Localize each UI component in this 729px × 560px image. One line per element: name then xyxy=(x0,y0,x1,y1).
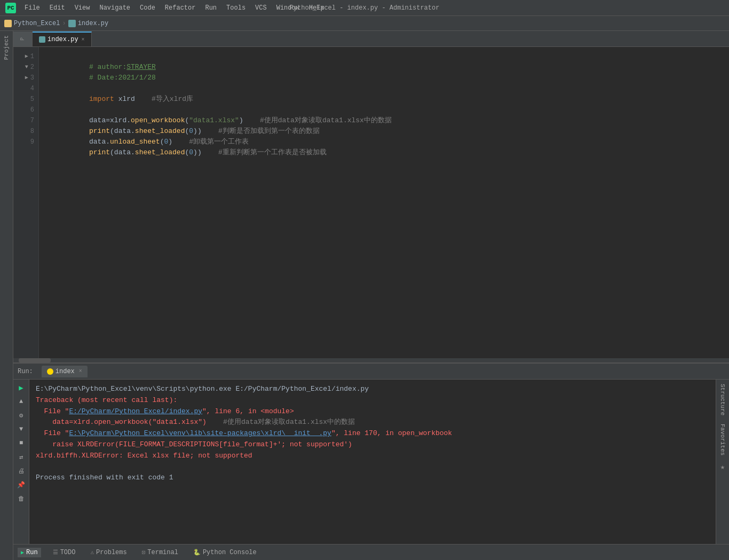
status-run-label: Run xyxy=(26,549,38,556)
code-line-1: # author:STRAYER xyxy=(47,51,729,62)
output-cmd-line: E:\PyCharm\Python_Excel\venv\Scripts\pyt… xyxy=(36,384,709,395)
status-python-console-tab[interactable]: 🐍 Python Console xyxy=(190,548,260,557)
output-raise-line: raise XLRDError(FILE_FORMAT_DESCRIPTIONS… xyxy=(36,439,709,451)
scroll-up-button[interactable]: ▲ xyxy=(15,396,27,407)
line-numbers: ▶ 1 ▼ 2 ▶ 3 4 5 6 7 8 9 xyxy=(13,47,39,358)
pin-button[interactable]: 📌 xyxy=(15,479,27,491)
title-bar-left: PC File Edit View Navigate Code Refactor… xyxy=(5,3,329,13)
tab-close-button[interactable]: × xyxy=(82,37,85,43)
python-console-icon: 🐍 xyxy=(193,549,201,556)
status-todo-label: TODO xyxy=(60,549,76,556)
line-num-7: 7 xyxy=(13,115,38,126)
fold-icon-3: ▶ xyxy=(25,73,28,83)
window-title: Python_Excel - index.py - Administrator xyxy=(290,4,440,12)
line-num-6: 6 xyxy=(13,105,38,115)
code-content[interactable]: # author:STRAYER # Date:2021/1/28 import… xyxy=(39,47,729,358)
editor-tabs: P index.py × xyxy=(13,31,729,47)
right-sidebar: Structure Favorites ★ xyxy=(716,380,729,544)
editor-container: P index.py × ▶ 1 ▼ 2 ▶ 3 xyxy=(13,31,729,560)
output-code-line: data=xlrd.open_workbook("data1.xlsx") #使… xyxy=(36,417,709,428)
run-tab-index[interactable]: index × xyxy=(42,366,88,377)
menu-edit[interactable]: Edit xyxy=(45,3,69,13)
menu-file[interactable]: File xyxy=(20,3,44,13)
status-todo-tab[interactable]: ☰ TODO xyxy=(50,548,79,557)
title-bar: PC File Edit View Navigate Code Refactor… xyxy=(0,0,729,16)
menu-tools[interactable]: Tools xyxy=(222,3,250,13)
bottom-panel: Run: index × ▶ ▲ ⚙ ▼ ■ ⇄ 🖨 📌 xyxy=(13,362,729,544)
output-blank xyxy=(36,462,709,473)
menu-code[interactable]: Code xyxy=(136,3,160,13)
code-editor[interactable]: ▶ 1 ▼ 2 ▶ 3 4 5 6 7 8 9 xyxy=(13,47,729,358)
star-icon[interactable]: ★ xyxy=(718,460,727,474)
line-num-9: 9 xyxy=(13,137,38,147)
status-bar: ▶ Run ☰ TODO ⚠ Problems ⊡ Terminal 🐍 Pyt… xyxy=(13,544,729,560)
structure-label[interactable]: Structure xyxy=(719,380,726,420)
status-terminal-tab[interactable]: ⊡ Terminal xyxy=(139,548,181,557)
line-num-3: ▶ 3 xyxy=(13,73,38,83)
line-num-4: 4 xyxy=(13,83,38,94)
horizontal-scrollbar[interactable] xyxy=(13,358,729,362)
py-file-tab-icon xyxy=(39,36,45,43)
menu-view[interactable]: View xyxy=(70,3,94,13)
project-folder-icon xyxy=(4,20,12,27)
breadcrumb: Python_Excel › index.py xyxy=(0,16,729,31)
line-num-2: ▼ 2 xyxy=(13,62,38,73)
tab-index-py[interactable]: index.py × xyxy=(33,31,92,46)
line-num-5: 5 xyxy=(13,94,38,105)
breadcrumb-sep: › xyxy=(62,20,66,27)
stop-button[interactable]: ■ xyxy=(15,437,27,449)
menu-run[interactable]: Run xyxy=(201,3,221,13)
pycharm-logo: PC xyxy=(5,3,16,13)
fold-icon-1: ▶ xyxy=(25,51,28,62)
run-output: E:\PyCharm\Python_Excel\venv\Scripts\pyt… xyxy=(29,380,716,544)
tab-project[interactable]: P xyxy=(13,31,33,46)
python-run-icon xyxy=(47,368,53,375)
sidebar-project-label[interactable]: Project xyxy=(3,31,10,64)
settings-button[interactable]: ⚙ xyxy=(15,409,27,421)
run-tab-close[interactable]: × xyxy=(79,368,82,374)
output-exit: Process finished with exit code 1 xyxy=(36,472,709,484)
status-python-console-label: Python Console xyxy=(203,549,257,556)
output-file-line2: File "E:\PyCharm\Python_Excel\venv\lib\s… xyxy=(36,428,709,439)
menu-bar: File Edit View Navigate Code Refactor Ru… xyxy=(20,3,329,13)
todo-icon: ☰ xyxy=(53,549,58,556)
menu-refactor[interactable]: Refactor xyxy=(161,3,200,13)
code-line-4: import xlrd #导入xlrd库 xyxy=(47,83,729,94)
run-toolbar: ▶ ▲ ⚙ ▼ ■ ⇄ 🖨 📌 🗑 xyxy=(13,380,29,544)
delete-button[interactable]: 🗑 xyxy=(15,493,27,504)
left-sidebar: Project xyxy=(0,31,13,560)
terminal-icon: ⊡ xyxy=(142,549,146,556)
status-problems-label: Problems xyxy=(96,549,127,556)
menu-vcs[interactable]: VCS xyxy=(251,3,271,13)
status-problems-tab[interactable]: ⚠ Problems xyxy=(87,548,130,557)
output-link-2[interactable]: E:\PyCharm\Python_Excel\venv\lib\site-pa… xyxy=(69,429,331,437)
menu-navigate[interactable]: Navigate xyxy=(95,3,134,13)
scroll-thumb[interactable] xyxy=(19,358,51,362)
main-area: Project P index.py × ▶ 1 ▼ 2 xyxy=(0,31,729,560)
run-tab-label: index xyxy=(56,368,75,375)
play-icon: ▶ xyxy=(21,549,24,556)
line-num-8: 8 xyxy=(13,126,38,137)
output-xlrd-error: xlrd.biffh.XLRDError: Excel xlsx file; n… xyxy=(36,451,709,462)
output-link-1[interactable]: E:/PyCharm/Python_Excel/index.py xyxy=(69,407,202,415)
status-terminal-label: Terminal xyxy=(147,549,178,556)
favorites-label[interactable]: Favorites xyxy=(719,420,726,460)
run-panel-body: ▶ ▲ ⚙ ▼ ■ ⇄ 🖨 📌 🗑 E:\PyCharm\Python_Exce… xyxy=(13,380,729,544)
rerun-button[interactable]: ⇄ xyxy=(15,451,27,463)
code-line-6: data=xlrd.open_workbook("data1.xlsx") #使… xyxy=(47,105,729,115)
problems-icon: ⚠ xyxy=(90,549,94,556)
line-num-1: ▶ 1 xyxy=(13,51,38,62)
fold-icon-2: ▼ xyxy=(25,62,28,73)
output-traceback: Traceback (most recent call last): xyxy=(36,395,709,406)
print-button[interactable]: 🖨 xyxy=(15,465,27,477)
python-file-icon xyxy=(68,20,76,27)
scroll-down-button[interactable]: ▼ xyxy=(15,423,27,435)
status-run-tab[interactable]: ▶ Run xyxy=(18,548,41,557)
breadcrumb-file[interactable]: index.py xyxy=(68,20,109,27)
run-label: Run: xyxy=(18,368,37,375)
breadcrumb-project[interactable]: Python_Excel xyxy=(4,20,60,27)
run-tabs: Run: index × xyxy=(13,364,729,380)
output-file-line1: File "E:/PyCharm/Python_Excel/index.py",… xyxy=(36,406,709,417)
tab-label: index.py xyxy=(47,36,78,43)
run-button[interactable]: ▶ xyxy=(15,382,27,393)
